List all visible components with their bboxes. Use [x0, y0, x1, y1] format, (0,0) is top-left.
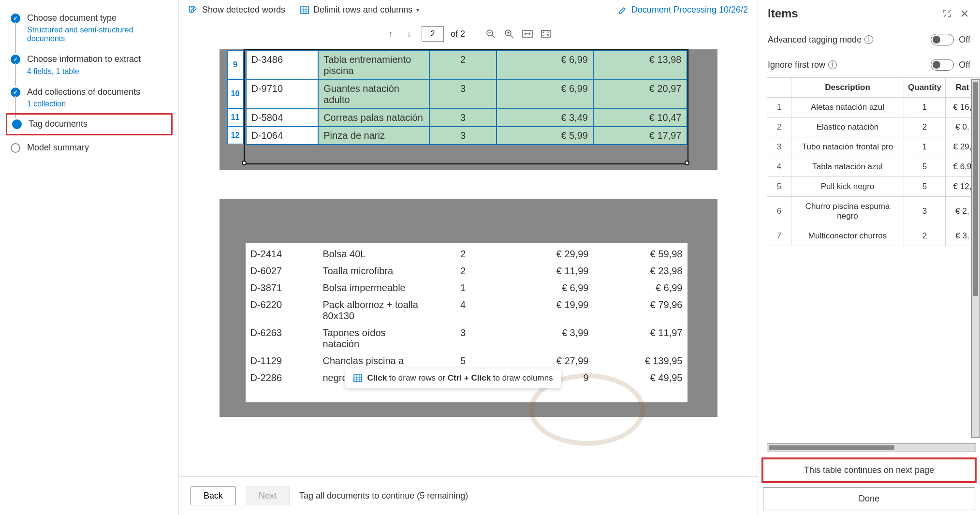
grid-cell[interactable]: Churro piscina espuma negro: [791, 197, 904, 226]
items-grid[interactable]: Description Quantity Rat 1Aletas natació…: [767, 77, 980, 246]
horizontal-scrollbar[interactable]: [767, 443, 976, 452]
table-cell[interactable]: D-2286: [246, 369, 318, 386]
table-cell[interactable]: € 5,99: [497, 127, 593, 145]
table-cell[interactable]: 3: [429, 109, 497, 127]
table-cell[interactable]: 2: [429, 246, 497, 263]
scrollbar-thumb[interactable]: [973, 82, 978, 296]
table-cell[interactable]: D-9710: [246, 80, 319, 109]
table-cell[interactable]: 3: [429, 324, 497, 353]
advanced-tagging-toggle[interactable]: [931, 34, 954, 45]
table-cell[interactable]: € 6,99: [594, 280, 687, 296]
close-icon[interactable]: [959, 8, 970, 19]
table-cell[interactable]: D-3486: [246, 51, 319, 80]
table-row[interactable]: D-5804Correas palas natación3€ 3,49€ 10,…: [246, 109, 687, 127]
document-name-button[interactable]: Document Processing 10/26/2: [618, 5, 748, 15]
table-cell[interactable]: € 6,99: [497, 280, 594, 296]
table-cell[interactable]: € 11,99: [497, 263, 594, 280]
done-button[interactable]: Done: [763, 487, 975, 510]
table-cell[interactable]: D-1064: [246, 127, 319, 145]
document-page-1[interactable]: D-3486Tabla entrenamiento piscina2€ 6,99…: [219, 49, 717, 170]
table-cell[interactable]: € 17,97: [593, 127, 687, 145]
table-cell[interactable]: D-5804: [246, 109, 319, 127]
table-cell[interactable]: € 29,99: [497, 246, 594, 263]
resize-handle-icon[interactable]: [685, 161, 689, 165]
step-add-collections[interactable]: Add collections of documents 1 collectio…: [6, 84, 173, 116]
table-cell[interactable]: Bolsa impermeable: [318, 280, 429, 296]
table-cell[interactable]: D-6220: [246, 296, 318, 324]
table-cell[interactable]: € 11,97: [594, 324, 687, 353]
table-cell[interactable]: D-6263: [246, 324, 318, 353]
table-row[interactable]: 1Aletas natación azul1€ 16,: [767, 98, 980, 118]
table-row[interactable]: 7Multiconector churros2€ 3,: [767, 226, 980, 246]
table-cell[interactable]: € 13,98: [593, 51, 687, 80]
table-cell[interactable]: 3: [429, 80, 497, 109]
table-cell[interactable]: 2: [429, 263, 497, 280]
grid-cell[interactable]: Tubo natación frontal pro: [791, 137, 904, 157]
grid-cell[interactable]: Elástico natación: [791, 118, 904, 137]
col-quantity[interactable]: Quantity: [904, 78, 946, 98]
table-cell[interactable]: € 20,97: [593, 80, 687, 109]
table-cell[interactable]: D-1129: [246, 353, 318, 369]
step-choose-info[interactable]: Choose information to extract 4 fields, …: [6, 51, 173, 83]
resize-handle-icon[interactable]: [242, 161, 247, 165]
table-cell[interactable]: 1: [429, 280, 497, 296]
table-cell[interactable]: Toalla microfibra: [318, 263, 429, 280]
grid-cell[interactable]: 3: [904, 197, 946, 226]
col-description[interactable]: Description: [791, 78, 904, 98]
expand-icon[interactable]: [941, 8, 953, 19]
document-canvas[interactable]: D-3486Tabla entrenamiento piscina2€ 6,99…: [179, 49, 758, 476]
table-cell[interactable]: € 27,99: [497, 353, 594, 369]
table-cell[interactable]: 4: [429, 296, 497, 324]
delimit-rows-columns-button[interactable]: Delimit rows and columns ▾: [300, 5, 419, 15]
grid-cell[interactable]: 5: [904, 177, 946, 197]
scrollbar-thumb[interactable]: [769, 445, 894, 450]
zoom-out-button[interactable]: [485, 28, 497, 40]
document-page-2[interactable]: D-2414Bolsa 40L2€ 29,99€ 59,98D-6027Toal…: [219, 199, 717, 417]
back-button[interactable]: Back: [190, 486, 236, 505]
table-cell[interactable]: € 6,99: [497, 51, 593, 80]
table-cell[interactable]: € 59,98: [594, 246, 687, 263]
vertical-scrollbar[interactable]: [971, 79, 980, 438]
grid-cell[interactable]: Aletas natación azul: [791, 98, 904, 118]
table-cell[interactable]: Correas palas natación: [318, 109, 429, 127]
table-cell[interactable]: Tabla entrenamiento piscina: [318, 51, 429, 80]
grid-cell[interactable]: 1: [904, 98, 946, 118]
table-cell[interactable]: Bolsa 40L: [318, 246, 429, 263]
row-number-badge[interactable]: 12: [227, 126, 244, 144]
table-cell[interactable]: Chanclas piscina a: [318, 353, 429, 369]
table-row[interactable]: D-6263Tapones oídos natación3€ 3,99€ 11,…: [246, 324, 687, 353]
step-tag-documents[interactable]: Tag documents: [6, 113, 173, 135]
fit-width-button[interactable]: [522, 28, 533, 40]
table-row[interactable]: 2Elástico natación2€ 0,: [767, 118, 980, 137]
table-cell[interactable]: Pack albornoz + toalla 80x130: [318, 296, 429, 324]
table-cell[interactable]: € 23,98: [594, 263, 687, 280]
table-cell[interactable]: € 10,47: [593, 109, 687, 127]
grid-cell[interactable]: 5: [904, 157, 946, 177]
table-row[interactable]: D-1129Chanclas piscina a5€ 27,99€ 139,95: [246, 353, 687, 369]
show-detected-words-button[interactable]: Show detected words: [189, 5, 285, 15]
table-cell[interactable]: Pinza de nariz: [318, 127, 429, 145]
grid-cell[interactable]: Tabla natación azul: [791, 157, 904, 177]
table-cell[interactable]: € 79,96: [594, 296, 687, 324]
grid-cell[interactable]: 2: [904, 226, 946, 246]
fit-page-button[interactable]: [540, 28, 552, 40]
table-cell[interactable]: € 3,99: [497, 324, 594, 353]
table-cell[interactable]: Tapones oídos natación: [318, 324, 429, 353]
table-row[interactable]: D-6027Toalla microfibra2€ 11,99€ 23,98: [246, 263, 687, 280]
info-icon[interactable]: i: [864, 35, 873, 44]
row-number-badge[interactable]: 9: [227, 50, 244, 79]
tagged-table[interactable]: D-3486Tabla entrenamiento piscina2€ 6,99…: [246, 50, 687, 145]
page-number-input[interactable]: [422, 26, 444, 42]
table-cell[interactable]: € 139,95: [594, 353, 687, 369]
grid-cell[interactable]: 1: [904, 137, 946, 157]
ignore-first-row-toggle[interactable]: [931, 59, 954, 71]
table-row[interactable]: 5Pull kick negro5€ 12,: [767, 177, 980, 197]
table-cell[interactable]: D-2414: [246, 246, 318, 263]
page-up-button[interactable]: ↑: [385, 28, 396, 40]
table-row[interactable]: D-6220Pack albornoz + toalla 80x1304€ 19…: [246, 296, 687, 324]
step-model-summary[interactable]: Model summary: [6, 139, 173, 161]
table-row[interactable]: D-2414Bolsa 40L2€ 29,99€ 59,98: [246, 246, 687, 263]
table-cell[interactable]: € 19,99: [497, 296, 594, 324]
table-cell[interactable]: D-6027: [246, 263, 318, 280]
grid-cell[interactable]: 2: [904, 118, 946, 137]
